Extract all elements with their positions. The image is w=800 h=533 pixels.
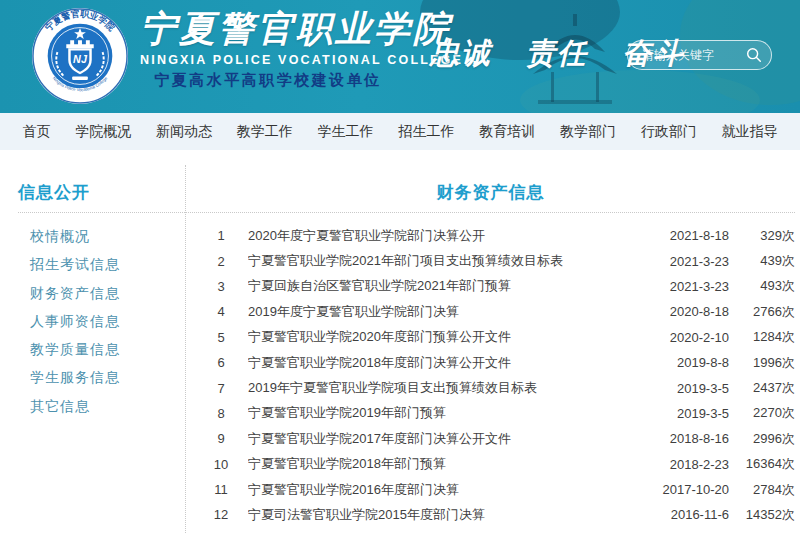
article-date: 2016-11-6 xyxy=(637,507,729,522)
row-index: 5 xyxy=(204,330,238,345)
row-index: 7 xyxy=(204,381,238,396)
article-link[interactable]: 宁夏警官职业学院2018年度部门决算公开文件 xyxy=(248,354,637,372)
article-date: 2019-8-8 xyxy=(637,355,729,370)
article-date: 2018-2-23 xyxy=(637,457,729,472)
article-list: 1 2020年度宁夏警官职业学院部门决算公开 2021-8-18 329次 2 … xyxy=(186,223,795,533)
row-index: 2 xyxy=(204,254,238,269)
article-date: 2018-8-16 xyxy=(637,431,729,446)
article-link[interactable]: 宁夏警官职业学院2017年度部门决算公开文件 xyxy=(248,430,637,448)
article-link[interactable]: 2020年度宁夏警官职业学院部门决算公开 xyxy=(248,227,637,245)
article-views: 2996次 xyxy=(735,430,795,448)
article-date: 2019-3-5 xyxy=(637,406,729,421)
sidebar-menu-item: 人事师资信息 xyxy=(30,307,180,335)
sidebar-menu-item: 财务资产信息 xyxy=(30,279,180,307)
article-row: 6 宁夏警官职业学院2018年度部门决算公开文件 2019-8-8 1996次 xyxy=(204,350,795,375)
article-views: 1284次 xyxy=(735,328,795,346)
article-date: 2017-10-20 xyxy=(637,482,729,497)
sidebar-link[interactable]: 学生服务信息 xyxy=(30,363,180,391)
sidebar-menu-item: 其它信息 xyxy=(30,392,180,420)
sidebar-link[interactable]: 其它信息 xyxy=(30,392,180,420)
row-index: 8 xyxy=(204,406,238,421)
article-date: 2021-3-23 xyxy=(637,279,729,294)
row-index: 10 xyxy=(204,457,238,472)
article-row: 9 宁夏警官职业学院2017年度部门决算公开文件 2018-8-16 2996次 xyxy=(204,426,795,451)
sidebar-link[interactable]: 财务资产信息 xyxy=(30,279,180,307)
nav-item[interactable]: 学院概况 xyxy=(75,113,131,150)
article-row: 1 2020年度宁夏警官职业学院部门决算公开 2021-8-18 329次 xyxy=(204,223,795,248)
sidebar-link[interactable]: 教学质量信息 xyxy=(30,335,180,363)
row-index: 6 xyxy=(204,355,238,370)
article-date: 2020-8-18 xyxy=(637,304,729,319)
sidebar-menu-item: 学生服务信息 xyxy=(30,363,180,391)
article-views: 2270次 xyxy=(735,404,795,422)
article-row: 11 宁夏警官职业学院2016年度部门决算 2017-10-20 2784次 xyxy=(204,477,795,502)
article-views: 14352次 xyxy=(735,506,795,524)
site-header: 宁夏警官职业学院 Ningxia Police Vocational Colle… xyxy=(0,0,800,113)
sidebar-menu: 校情概况 招生考试信息 财务资产信息 人事师资信息 教学质量信息 学生服务信息 xyxy=(30,222,180,420)
article-views: 1996次 xyxy=(735,354,795,372)
page-title: 财务资产信息 xyxy=(186,181,795,204)
article-link[interactable]: 宁夏司法警官职业学院2015年度部门决算 xyxy=(248,506,637,524)
sidebar-menu-item: 招生考试信息 xyxy=(30,250,180,278)
motto-word-loyalty: 忠诚 xyxy=(430,36,492,70)
article-views: 329次 xyxy=(735,227,795,245)
article-link[interactable]: 宁夏警官职业学院2021年部门项目支出预算绩效目标表 xyxy=(248,252,637,270)
sidebar-menu-item: 校情概况 xyxy=(30,222,180,250)
article-link[interactable]: 宁夏警官职业学院2016年度部门决算 xyxy=(248,481,637,499)
article-row: 5 宁夏警官职业学院2020年度部门预算公开文件 2020-2-10 1284次 xyxy=(204,325,795,350)
article-date: 2021-8-18 xyxy=(637,228,729,243)
logo-monogram: NJ xyxy=(73,53,88,65)
row-index: 9 xyxy=(204,431,238,446)
article-row: 12 宁夏司法警官职业学院2015年度部门决算 2016-11-6 14352次 xyxy=(204,502,795,527)
article-link[interactable]: 宁夏警官职业学院2018年部门预算 xyxy=(248,455,637,473)
article-views: 2766次 xyxy=(735,303,795,321)
article-link[interactable]: 2019年宁夏警官职业学院项目支出预算绩效目标表 xyxy=(248,379,637,397)
sidebar-link[interactable]: 招生考试信息 xyxy=(30,250,180,278)
article-views: 2437次 xyxy=(735,379,795,397)
article-views: 16364次 xyxy=(735,455,795,473)
nav-item[interactable]: 教学工作 xyxy=(237,113,293,150)
sidebar-link[interactable]: 人事师资信息 xyxy=(30,307,180,335)
article-views: 439次 xyxy=(735,252,795,270)
college-title-block: 宁夏警官职业学院 NINGXIA POLICE VOCATIONAL COLLE… xyxy=(140,6,396,90)
nav-item[interactable]: 就业指导 xyxy=(722,113,778,150)
nav-item[interactable]: 招生工作 xyxy=(398,113,454,150)
article-row: 8 宁夏警官职业学院2019年部门预算 2019-3-5 2270次 xyxy=(204,401,795,426)
nav-item[interactable]: 教育培训 xyxy=(479,113,535,150)
nav-item[interactable]: 学生工作 xyxy=(318,113,374,150)
row-index: 12 xyxy=(204,507,238,522)
search-icon[interactable] xyxy=(745,46,763,64)
content-area: 信息公开 校情概况 招生考试信息 财务资产信息 人事师资信息 教学质量信息 学 xyxy=(0,150,800,533)
article-link[interactable]: 宁夏警官职业学院2019年部门预算 xyxy=(248,404,637,422)
article-link[interactable]: 宁夏回族自治区警官职业学院2021年部门预算 xyxy=(248,277,637,295)
article-views: 2784次 xyxy=(735,481,795,499)
college-subtitle: 宁夏高水平高职学校建设单位 xyxy=(140,71,396,90)
main-nav: 首页 学院概况 新闻动态 教学工作 学生工作 招生工作 教育培训 教学部门 行政… xyxy=(0,113,800,150)
article-row: 3 宁夏回族自治区警官职业学院2021年部门预算 2021-3-23 493次 xyxy=(204,274,795,299)
article-row: 7 2019年宁夏警官职业学院项目支出预算绩效目标表 2019-3-5 2437… xyxy=(204,375,795,400)
row-index: 4 xyxy=(204,304,238,319)
article-date: 2019-3-5 xyxy=(637,381,729,396)
article-row: 4 2019年度宁夏警官职业学院部门决算 2020-8-18 2766次 xyxy=(204,299,795,324)
nav-item[interactable]: 教学部门 xyxy=(560,113,616,150)
nav-item[interactable]: 行政部门 xyxy=(641,113,697,150)
row-index: 11 xyxy=(204,482,238,497)
sidebar-title: 信息公开 xyxy=(18,181,90,204)
motto-word-responsibility: 责任 xyxy=(526,36,588,70)
article-row: 10 宁夏警官职业学院2018年部门预算 2018-2-23 16364次 xyxy=(204,452,795,477)
college-name-en: NINGXIA POLICE VOCATIONAL COLLEGE xyxy=(140,53,396,67)
sidebar-link[interactable]: 校情概况 xyxy=(30,222,180,250)
college-logo[interactable]: 宁夏警官职业学院 Ningxia Police Vocational Colle… xyxy=(31,7,129,105)
search-box xyxy=(627,40,772,70)
college-name-cn: 宁夏警官职业学院 xyxy=(140,6,396,50)
section-underline xyxy=(18,212,795,213)
article-row: 2 宁夏警官职业学院2021年部门项目支出预算绩效目标表 2021-3-23 4… xyxy=(204,248,795,273)
row-index: 1 xyxy=(204,228,238,243)
nav-item[interactable]: 首页 xyxy=(22,113,50,150)
article-link[interactable]: 宁夏警官职业学院2020年度部门预算公开文件 xyxy=(248,328,637,346)
row-index: 3 xyxy=(204,279,238,294)
article-date: 2021-3-23 xyxy=(637,254,729,269)
article-views: 493次 xyxy=(735,277,795,295)
article-link[interactable]: 2019年度宁夏警官职业学院部门决算 xyxy=(248,303,637,321)
nav-item[interactable]: 新闻动态 xyxy=(156,113,212,150)
